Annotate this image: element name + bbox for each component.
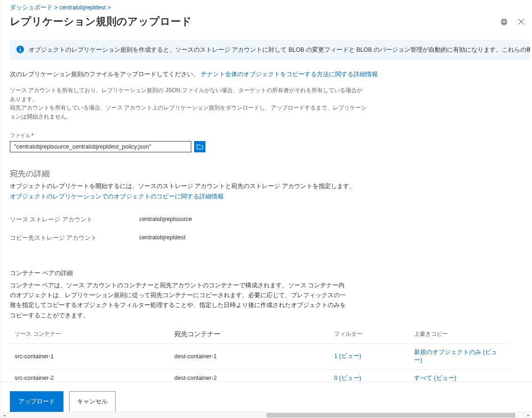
- svg-point-6: [20, 47, 21, 48]
- table-row: src-container-1 dest-container-1 1 (ビュー)…: [10, 343, 508, 369]
- dest-storage-value: centralobjrepldest: [139, 234, 530, 242]
- scroll-track[interactable]: [7, 412, 525, 418]
- info-icon: [16, 46, 24, 55]
- upload-button[interactable]: アップロード: [10, 391, 63, 412]
- info-banner: オブジェクトのレプリケーション規則を作成すると、ソースのストレージ アカウントに…: [10, 40, 530, 60]
- info-banner-text: オブジェクトのレプリケーション規則を作成すると、ソースのストレージ アカウントに…: [29, 46, 530, 54]
- filter-link[interactable]: 0 (ビュー): [334, 375, 361, 381]
- print-icon[interactable]: [501, 18, 508, 25]
- required-star: *: [31, 133, 33, 138]
- svg-rect-1: [501, 21, 507, 24]
- breadcrumb-sep: >: [54, 4, 57, 11]
- browse-button[interactable]: [194, 141, 205, 152]
- file-label: ファイル: [10, 133, 31, 138]
- breadcrumb-resource[interactable]: centralobjrepldest: [59, 4, 106, 11]
- svg-rect-7: [20, 49, 21, 52]
- copy-link[interactable]: 新規のオブジェクトのみ (ビュー): [414, 349, 497, 363]
- dest-section-title: 宛先の詳細: [10, 168, 530, 179]
- src-cell: src-container-1: [10, 343, 170, 369]
- col-header-copy: 上書きコピー: [409, 325, 508, 344]
- breadcrumb-sep: >: [107, 4, 110, 11]
- col-header-filter: フィルター: [329, 325, 409, 344]
- page-title: レプリケーション規則のアップロード: [10, 15, 192, 29]
- muted-line-2: 宛先アカウントを所有している場合、ソース アカウント上のレプリケーション規則をダ…: [10, 104, 367, 120]
- svg-rect-0: [502, 19, 506, 21]
- scroll-thumb[interactable]: [266, 413, 515, 418]
- horizontal-scrollbar[interactable]: ◂ ▸: [1, 412, 531, 418]
- pairs-section-title: コンテナー ペアの詳細: [10, 268, 530, 278]
- scroll-right-arrow[interactable]: ▸: [525, 412, 531, 418]
- pairs-section-lead: コンテナー ペアは、ソース アカウントのコンテナーと宛先アカウントのコンテナーで…: [10, 281, 348, 321]
- file-input[interactable]: [10, 141, 191, 152]
- dest-section-lead: オブジェクトのレプリケートを開始するには、ソースのストレージ アカウントと宛先の…: [10, 182, 530, 191]
- source-storage-value: centralobjreplsource: [139, 216, 530, 224]
- cancel-button[interactable]: キャンセル: [69, 391, 116, 412]
- muted-line-1: ソース アカウントを所有しており、レプリケーション規則の JSON ファイルがな…: [10, 87, 362, 103]
- copy-link[interactable]: すべて (ビュー): [414, 375, 456, 381]
- tenant-copy-help-link[interactable]: テナント全体のオブジェクトをコピーする方法に関する詳細情報: [201, 71, 378, 78]
- dst-cell: dest-container-1: [170, 343, 329, 369]
- footer-bar: アップロード キャンセル: [0, 381, 532, 412]
- source-storage-label: ソース ストレージ アカウント: [10, 216, 139, 224]
- scroll-left-arrow[interactable]: ◂: [1, 412, 7, 418]
- breadcrumb-dashboard[interactable]: ダッシュボード: [10, 4, 53, 11]
- col-header-src: ソース コンテナー: [10, 325, 170, 344]
- lead-text: 次のレプリケーション規則のファイルをアップロードしてください。: [10, 71, 199, 78]
- col-header-dst: 宛先コンテナー: [170, 325, 329, 344]
- filter-link[interactable]: 1 (ビュー): [334, 353, 361, 359]
- breadcrumb: ダッシュボード > centralobjrepldest >: [10, 4, 530, 12]
- dest-storage-label: コピー先ストレージ アカウント: [10, 234, 139, 242]
- close-icon[interactable]: [518, 18, 524, 25]
- folder-icon: [196, 144, 203, 150]
- object-copy-help-link[interactable]: オブジェクトのレプリケーションでのオブジェクトのコピーに関する詳細情報: [10, 193, 224, 200]
